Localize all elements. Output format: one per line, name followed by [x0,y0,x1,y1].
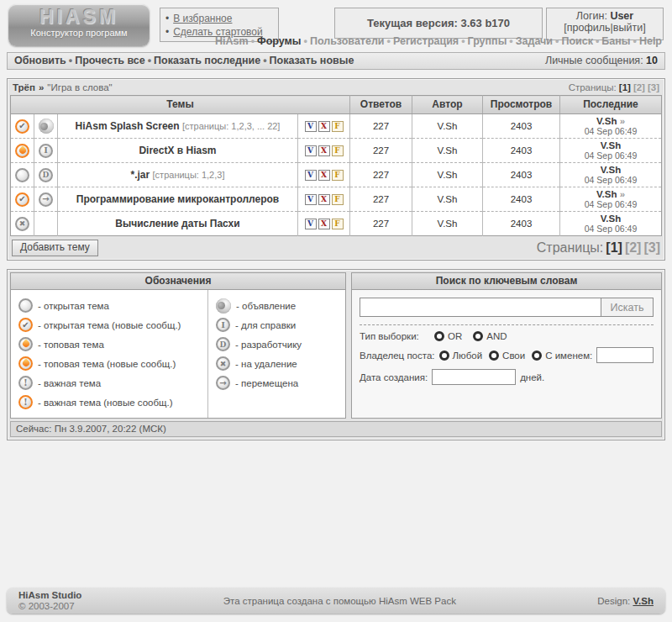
bullet-separator-icon [461,35,465,47]
moderate-v-icon[interactable]: V [305,219,317,229]
delete-topic-icon [15,217,29,231]
last-post-user-link[interactable]: V.Sh [601,140,622,150]
open-topic-new-icon [15,192,29,207]
important-topic-icon [18,376,33,390]
last-post-user-link[interactable]: V.Sh [601,213,622,224]
legend-box: Обозначения - открытая тема - открытая т… [10,272,346,419]
radio-or[interactable] [434,331,444,341]
legend-item: - открытая тема [18,296,204,315]
topic-title-link[interactable]: DirectX в Hiasm [58,139,298,163]
author-link[interactable]: V.Sh [412,114,483,139]
moderate-v-icon[interactable]: V [305,121,317,132]
keyword-search-input[interactable] [360,298,601,317]
moderate-f-icon[interactable]: F [332,194,344,205]
author-link[interactable]: V.Sh [412,212,483,236]
legend-title: Обозначения [11,273,345,290]
page-link-1[interactable]: [1] [619,82,631,92]
moderate-x-icon[interactable]: X [318,145,330,156]
legend-column-2: - объявление - для справки - разработчик… [207,290,345,418]
pages-label: Страницы: [569,82,617,92]
read-all-action[interactable]: Прочесть все [75,55,145,66]
breadcrumb-forum-link[interactable]: Трёп [13,82,35,92]
radio-owner-own-label: Свои [502,351,525,361]
last-post-cell: V.Sh 04 Sep 06:49 [560,163,662,187]
legend-column-1: - открытая тема - открытая тема (новые с… [11,290,207,418]
page-link-1[interactable]: [1] [606,240,622,255]
radio-owner-named[interactable] [532,351,542,361]
last-post-user-link[interactable]: V.Sh [596,116,617,126]
goto-last-post-icon[interactable]: » [620,189,625,199]
hot-topic-new-icon [18,356,33,371]
nav-item-tasks[interactable]: Задачи [516,35,553,47]
creation-date-input[interactable] [432,369,516,385]
radio-owner-any[interactable] [439,351,449,361]
private-messages[interactable]: Личные сообщения: 10 [545,55,658,66]
announcement-eye-icon [39,119,54,134]
author-link[interactable]: V.Sh [412,187,483,212]
private-messages-count: 10 [646,55,658,66]
breadcrumb-path: Трёп»"Игра в слова" [13,82,113,92]
moderate-f-icon[interactable]: F [332,219,344,229]
radio-and[interactable] [473,331,483,341]
nav-item-search[interactable]: Поиск [561,35,593,47]
moderate-x-icon[interactable]: X [318,121,330,132]
search-submit-button[interactable]: Искать [601,298,654,317]
topic-pages-links[interactable]: [страницы: 1,2,3, ... 22] [182,121,280,131]
bullet-separator-icon [263,55,266,66]
moderate-f-icon[interactable]: F [332,145,344,156]
topic-pages-links[interactable]: [страницы: 1,2,3] [153,170,225,180]
col-header-last: Последние [560,96,662,114]
table-row: *.jar [страницы: 1,2,3] VXF 227 V.Sh 240… [11,163,662,187]
moderate-x-icon[interactable]: X [318,219,330,229]
last-post-user-link[interactable]: V.Sh [601,165,622,175]
profile-logout-links[interactable]: [профиль|выйти] [547,22,663,34]
topic-title-link[interactable]: *.jar [страницы: 1,2,3] [58,163,298,187]
developer-icon [216,337,230,351]
page-footer: HiAsm Studio © 2003-2007 Эта страница со… [7,588,665,614]
owner-name-input[interactable] [596,347,654,363]
nav-item-hiasm[interactable]: HiAsm [215,35,249,47]
moderate-x-icon[interactable]: X [318,194,330,205]
show-new-action[interactable]: Показать новые [270,55,354,66]
radio-owner-own[interactable] [489,351,499,361]
page-link-2[interactable]: [2] [633,82,645,92]
show-latest-action[interactable]: Показать последние [154,55,260,66]
toolbar-actions: ОбновитьПрочесть всеПоказать последниеПо… [14,55,354,66]
page-link-3[interactable]: [3] [648,82,659,92]
moderate-v-icon[interactable]: V [305,170,317,181]
moderate-f-icon[interactable]: F [332,121,344,132]
moderate-v-icon[interactable]: V [305,145,317,156]
author-link[interactable]: V.Sh [412,163,483,187]
studio-name: HiAsm Studio [18,590,81,601]
page-link-2[interactable]: [2] [625,240,642,255]
important-topic-new-icon [18,395,33,409]
moderate-f-icon[interactable]: F [332,170,344,181]
nav-item-help[interactable]: Help [639,35,662,47]
nav-item-users[interactable]: Пользователи [310,35,385,47]
topic-title-link[interactable]: Программирование микрокантроллеров [58,187,298,212]
login-label: Логин: [576,10,607,22]
design-author-link[interactable]: V.Sh [633,596,654,606]
page-link-3[interactable]: [3] [643,240,660,255]
logo-subtitle: Конструктор программ [8,28,150,38]
moderate-x-icon[interactable]: X [318,170,330,181]
col-header-topics: Темы [11,96,350,114]
views-count: 2403 [483,139,560,163]
add-to-favorites-link[interactable]: В избранное [165,12,273,25]
nav-item-registration[interactable]: Регистрация [393,35,459,47]
pages-label: Страницы: [537,240,604,255]
nav-item-bans[interactable]: Баны [601,35,630,47]
topic-title-link[interactable]: HiAsm Splash Screen [страницы: 1,2,3, ..… [58,114,298,139]
nav-item-forums[interactable]: Форумы [257,35,301,47]
goto-last-post-icon[interactable]: » [620,116,625,126]
last-post-user-link[interactable]: V.Sh [596,189,617,199]
last-post-cell: V.Sh » 04 Sep 06:49 [560,187,662,212]
moderate-v-icon[interactable]: V [305,194,317,205]
refresh-action[interactable]: Обновить [14,55,66,66]
legend-search-panel: Обозначения - открытая тема - открытая т… [7,269,665,440]
nav-item-groups[interactable]: Группы [468,35,507,47]
topic-title-link[interactable]: Вычисление даты Пасхи [58,212,298,236]
add-topic-button[interactable]: Добавить тему [12,240,98,256]
author-link[interactable]: V.Sh [412,139,483,163]
legend-item: - топовая тема (новые сообщ.) [18,354,204,373]
